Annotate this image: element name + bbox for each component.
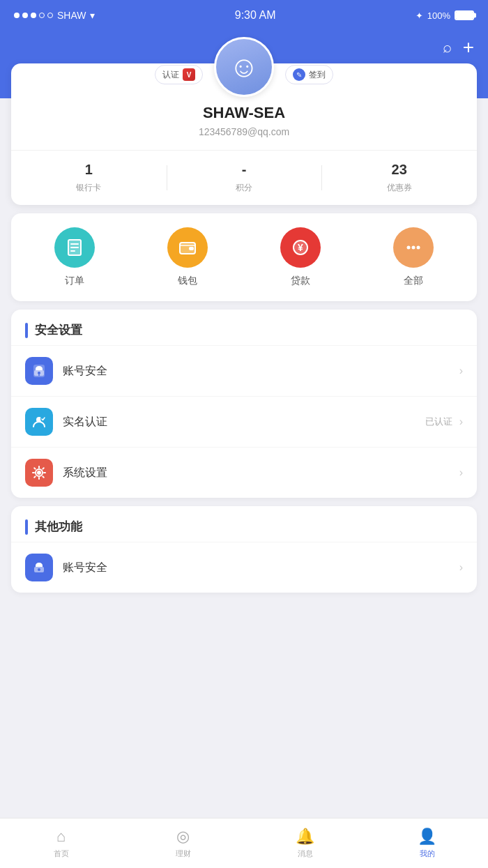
security-section: 安全设置 账号安全 › [11,310,477,498]
content-scroll: 认证 V ☺ ✎ 签到 SHAW-SEA 123456789@qq.com 1 … [0,63,488,657]
stat-points-label: 积分 [236,183,252,192]
status-bar: SHAW ▾ 9:30 AM ✦ 100% [0,0,488,31]
wifi-icon: ▾ [90,10,95,21]
action-more[interactable]: 全部 [389,227,438,287]
profile-card: 认证 V ☺ ✎ 签到 SHAW-SEA 123456789@qq.com 1 … [11,63,477,205]
status-time: 9:30 AM [235,9,276,22]
more-icon [393,227,434,268]
nav-home[interactable]: ⌂ 首页 [0,828,122,859]
other-account-icon [25,554,53,581]
home-label: 首页 [54,848,69,859]
status-right: ✦ 100% [415,10,474,21]
loan-icon: ¥ [280,227,321,268]
profile-name: SHAW-SEA [25,104,463,122]
chevron-right-icon2: › [459,416,463,428]
dot1 [14,13,20,18]
svg-point-21 [37,471,41,475]
cert-badge[interactable]: 认证 V [155,65,203,84]
stat-coupons-value: 23 [321,162,477,178]
real-name-label: 实名认证 [63,415,425,429]
chevron-right-icon4: › [459,561,463,574]
dot5 [47,13,53,18]
other-section-bar [25,519,28,535]
stat-bank-value: 1 [11,162,167,178]
other-section: 其他功能 账号安全 › [11,506,477,593]
profile-email: 123456789@qq.com [25,126,463,137]
svg-rect-7 [189,247,194,250]
svg-point-12 [407,246,411,250]
sign-icon: ✎ [293,68,305,81]
messages-label: 消息 [298,848,313,859]
other-account-label: 账号安全 [63,561,452,575]
stat-points-value: - [167,162,322,178]
avatar-row: 认证 V ☺ ✎ 签到 [11,37,477,97]
security-section-header: 安全设置 [11,310,477,345]
wallet-icon [167,227,208,268]
chevron-right-icon: › [459,365,463,377]
mine-icon: 👤 [418,828,436,846]
stat-bank-card[interactable]: 1 银行卡 [11,162,167,194]
real-name-badge: 已认证 [425,416,452,428]
profile-info: SHAW-SEA 123456789@qq.com [11,104,477,150]
action-orders[interactable]: 订单 [50,227,99,287]
battery-fill [456,12,473,19]
cert-label: 认证 [162,69,179,81]
svg-point-14 [417,246,420,250]
stat-points[interactable]: - 积分 [167,162,322,194]
battery-icon [455,10,474,20]
signal-dots [14,13,53,18]
messages-icon: 🔔 [296,828,314,846]
section-bar [25,323,28,338]
menu-real-name[interactable]: 实名认证 已认证 › [11,396,477,447]
home-icon: ⌂ [56,828,66,846]
account-security-label: 账号安全 [63,364,452,379]
sign-label: 签到 [309,69,326,81]
security-section-title: 安全设置 [35,322,82,338]
other-section-header: 其他功能 [11,506,477,542]
cert-icon: V [183,68,195,81]
svg-text:¥: ¥ [298,242,303,253]
stats-row: 1 银行卡 - 积分 23 优惠券 [11,150,477,205]
battery-percent: 100% [427,10,450,21]
dot2 [22,13,28,18]
finance-label: 理财 [176,848,191,859]
finance-icon: ◎ [176,828,190,846]
action-loan[interactable]: ¥ 贷款 [276,227,325,287]
carrier-label: SHAW [57,10,86,21]
mine-label: 我的 [420,848,435,859]
shield-v-icon: V [187,71,192,79]
dot4 [39,13,45,18]
status-left: SHAW ▾ [14,10,95,21]
chevron-right-icon3: › [459,466,463,479]
dot3 [31,13,36,18]
real-name-icon [25,408,53,436]
nav-messages[interactable]: 🔔 消息 [244,828,366,859]
sign-badge[interactable]: ✎ 签到 [285,65,333,84]
menu-account-security[interactable]: 账号安全 › [11,345,477,396]
stat-bank-label: 银行卡 [76,183,101,192]
svg-point-24 [38,568,40,571]
bluetooth-icon: ✦ [415,10,423,21]
system-settings-icon [25,459,53,487]
other-section-title: 其他功能 [35,519,82,535]
nav-mine[interactable]: 👤 我的 [366,828,488,859]
wallet-label: 钱包 [178,275,197,287]
svg-point-13 [412,246,415,250]
svg-point-17 [38,372,40,374]
menu-other-account-security[interactable]: 账号安全 › [11,542,477,593]
orders-label: 订单 [65,275,84,287]
quick-actions: 订单 钱包 ¥ 贷款 [11,213,477,301]
avatar-person-icon: ☺ [229,52,259,82]
system-settings-label: 系统设置 [63,466,452,480]
action-wallet[interactable]: 钱包 [163,227,212,287]
menu-system-settings[interactable]: 系统设置 › [11,447,477,498]
loan-label: 贷款 [291,275,310,287]
stat-coupons-label: 优惠券 [387,183,412,192]
orders-icon [54,227,95,268]
more-label: 全部 [404,275,423,287]
account-security-icon [25,357,53,385]
nav-finance[interactable]: ◎ 理财 [122,828,244,859]
bottom-nav: ⌂ 首页 ◎ 理财 🔔 消息 👤 我的 [0,818,488,868]
avatar[interactable]: ☺ [214,37,274,97]
stat-coupons[interactable]: 23 优惠券 [321,162,477,194]
